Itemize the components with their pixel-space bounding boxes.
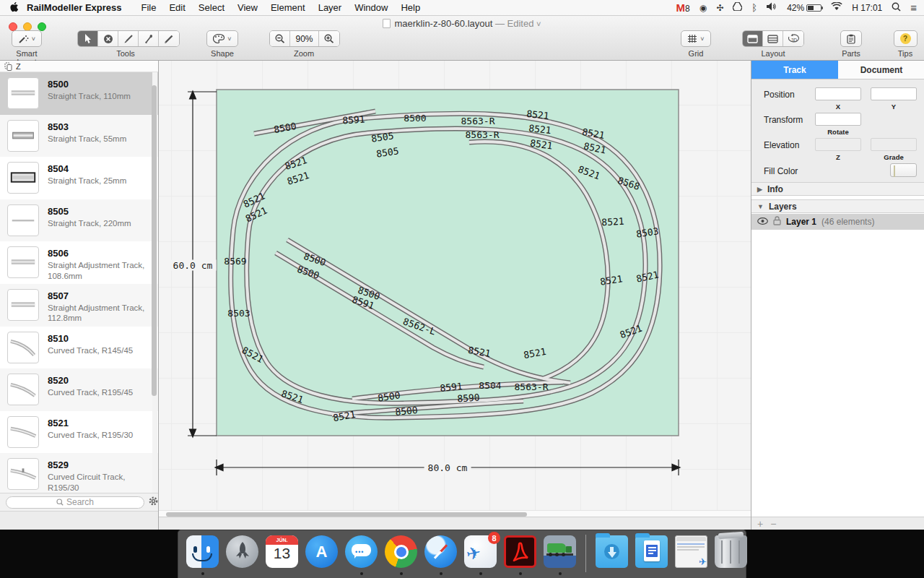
- parts-list-item-8505[interactable]: 8505Straight Track, 220mm: [0, 199, 159, 242]
- zoom-out-button[interactable]: [270, 31, 290, 46]
- draw-tool-button[interactable]: [159, 31, 179, 46]
- track-label[interactable]: 8563-R: [461, 116, 495, 126]
- add-layer-button[interactable]: +: [757, 518, 763, 530]
- fill-color-well[interactable]: [890, 163, 917, 177]
- track-label[interactable]: 8521: [601, 216, 624, 228]
- dock-acrobat-icon[interactable]: [503, 535, 537, 569]
- parts-button[interactable]: [840, 30, 862, 47]
- info-section-header[interactable]: ▶ Info: [751, 182, 924, 196]
- sidebar-scrollbar[interactable]: [152, 72, 157, 504]
- pinwheel-icon[interactable]: ✣: [716, 3, 723, 13]
- track-label[interactable]: 8591: [342, 113, 365, 126]
- dock-trash-icon[interactable]: [714, 535, 748, 569]
- layout-3d-button[interactable]: 3D: [783, 31, 803, 46]
- layer-row[interactable]: Layer 1 (46 elements): [751, 214, 924, 230]
- app-menu-title[interactable]: RailModeller Express: [27, 2, 122, 13]
- dock-launchpad-icon[interactable]: [225, 535, 259, 569]
- zoom-in-button[interactable]: [319, 31, 339, 46]
- dock-calendar-icon[interactable]: JÚN.13: [265, 535, 299, 569]
- dock-chrome-icon[interactable]: [384, 535, 418, 569]
- search-input[interactable]: Search: [6, 496, 144, 509]
- select-tool-button[interactable]: [78, 31, 98, 46]
- menu-layer[interactable]: Layer: [318, 2, 342, 13]
- parts-list-item-8521[interactable]: 8521Curved Track, R195/30: [0, 411, 159, 454]
- tab-track[interactable]: Track: [751, 61, 838, 79]
- layout-split-button[interactable]: [763, 31, 783, 46]
- bluetooth-icon[interactable]: ᛒ: [751, 2, 757, 13]
- menu-file[interactable]: File: [141, 2, 157, 13]
- menu-help[interactable]: Help: [401, 2, 420, 13]
- position-y-field[interactable]: [871, 87, 917, 100]
- parts-list-item-8503[interactable]: 8503Straight Track, 55mm: [0, 115, 159, 158]
- menu-element[interactable]: Element: [271, 2, 305, 13]
- menu-view[interactable]: View: [237, 2, 258, 13]
- track-label[interactable]: 8563-R: [466, 129, 500, 140]
- dock-downloads-icon[interactable]: [595, 535, 629, 569]
- running-indicator: [440, 572, 443, 575]
- layout-canvas[interactable]: 60.0 cm 80.0 cm 8500859185008563-R852185…: [159, 61, 751, 530]
- track-label[interactable]: 8521: [526, 108, 550, 121]
- track-label[interactable]: 8563-R: [515, 381, 549, 392]
- parts-list-item-8504[interactable]: 8504Straight Track, 25mm: [0, 157, 159, 199]
- mail-badge: 8: [488, 532, 500, 544]
- position-x-field[interactable]: [815, 87, 861, 100]
- parts-list-item-8500[interactable]: 8500Straight Track, 110mm: [0, 72, 159, 115]
- track-label[interactable]: 8504: [479, 380, 501, 391]
- gmail-menubar-icon[interactable]: M8: [676, 1, 690, 14]
- track-label[interactable]: 8590: [457, 392, 480, 404]
- layout-single-button[interactable]: [743, 31, 763, 46]
- parts-list-item-8506[interactable]: 8506Straight Adjustment Track, 108.6mm: [0, 241, 159, 284]
- paint-tool-button[interactable]: [118, 31, 139, 46]
- parts-library-header[interactable]: Z: [0, 61, 158, 72]
- part-description: Curved Track, R195/45: [48, 387, 152, 397]
- dock-safari-icon[interactable]: [424, 535, 458, 569]
- dock-documents-icon[interactable]: [635, 535, 668, 569]
- part-description: Curved Track, R145/45: [48, 345, 152, 355]
- dock-railmodeller-icon[interactable]: [543, 535, 577, 569]
- rotate-field[interactable]: [815, 113, 861, 126]
- input-source-indicator[interactable]: H 17:01: [852, 3, 882, 13]
- tab-document[interactable]: Document: [838, 61, 924, 79]
- dock-finder-icon[interactable]: [186, 535, 219, 569]
- dock-mail-window-icon[interactable]: ✈: [674, 535, 708, 569]
- tips-button[interactable]: ?: [894, 30, 918, 47]
- smart-insert-button[interactable]: ˅: [12, 30, 42, 47]
- layout-split-icon: [767, 35, 778, 43]
- desktop: RailModeller Express FileEditSelectViewE…: [0, 0, 924, 578]
- parts-list-item-8510[interactable]: 8510Curved Track, R145/45: [0, 327, 159, 369]
- parts-list-item-8507[interactable]: 8507Straight Adjustment Track, 112.8mm: [0, 284, 159, 327]
- track-label[interactable]: 8503: [227, 308, 250, 319]
- parts-list-item-8520[interactable]: 8520Curved Track, R195/45: [0, 368, 159, 411]
- track-label[interactable]: 8500: [404, 113, 426, 124]
- gear-icon[interactable]: [148, 496, 159, 509]
- track-label[interactable]: 8569: [224, 256, 246, 267]
- layer-visibility-icon[interactable]: [757, 217, 768, 227]
- menu-window[interactable]: Window: [354, 2, 388, 13]
- eyedropper-tool-button[interactable]: [139, 31, 159, 46]
- spotlight-icon[interactable]: [892, 2, 901, 14]
- menu-edit[interactable]: Edit: [169, 2, 185, 13]
- volume-icon[interactable]: [767, 2, 777, 13]
- curve-strong-thumb-icon: [7, 332, 39, 363]
- grid-button[interactable]: ˅: [681, 30, 710, 47]
- menu-select[interactable]: Select: [199, 2, 225, 13]
- dock-mail-icon[interactable]: ✈8: [463, 535, 497, 569]
- shape-button[interactable]: ˅: [206, 30, 237, 47]
- dock-messages-icon[interactable]: •••: [344, 535, 378, 569]
- track-label[interactable]: 8521: [528, 123, 552, 136]
- eye-menubar-icon[interactable]: ◉: [699, 3, 707, 13]
- remove-layer-button[interactable]: −: [770, 518, 776, 530]
- battery-indicator[interactable]: 42%: [787, 3, 821, 13]
- zoom-level-value[interactable]: 90%: [290, 31, 319, 46]
- dock-appstore-icon[interactable]: A: [305, 535, 339, 569]
- canvas-horizontal-scrollbar[interactable]: [159, 510, 751, 517]
- wifi-icon[interactable]: [831, 2, 842, 13]
- layer-lock-icon[interactable]: [773, 216, 781, 228]
- apple-menu-icon[interactable]: [10, 1, 19, 14]
- notification-center-icon[interactable]: ≡: [910, 1, 917, 14]
- sidebar-footer: [0, 511, 159, 530]
- layers-section-header[interactable]: ▼ Layers: [751, 199, 924, 213]
- parts-list-item-8529[interactable]: 8529Curved Circuit Track, R195/30: [0, 453, 159, 496]
- gdrive-icon[interactable]: [733, 2, 742, 13]
- delete-tool-button[interactable]: [98, 31, 118, 46]
